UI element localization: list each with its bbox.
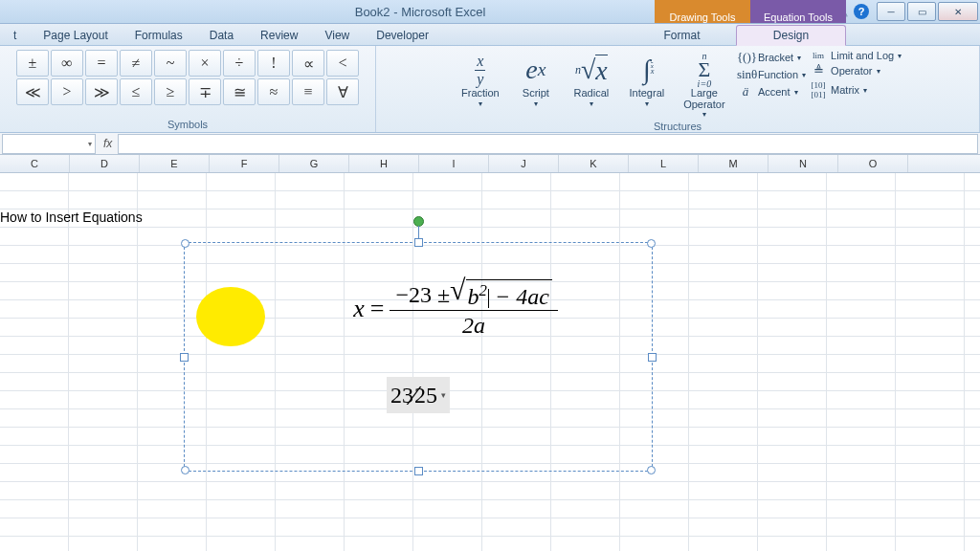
column-header-L[interactable]: L (629, 155, 699, 172)
maximize-button[interactable]: ▭ (907, 2, 936, 21)
equation-options-icon[interactable]: ▾ (441, 390, 446, 400)
column-header-G[interactable]: G (279, 155, 349, 172)
eq-fraction: −23 ± √ b2 − 4ac 2a (390, 279, 557, 339)
large-operator-button[interactable]: nΣi=0 Large Operator▾ (676, 50, 733, 121)
column-headers: CDEFGHIJKLMNO (0, 155, 980, 173)
symbol-button-14[interactable]: ≥ (154, 78, 187, 105)
symbol-button-4[interactable]: ~ (154, 50, 187, 77)
accent-button[interactable]: äAccent ▾ (737, 84, 806, 99)
symbol-button-13[interactable]: ≤ (120, 78, 152, 105)
operator-button[interactable]: ≜Operator ▾ (810, 63, 902, 78)
function-icon: sinθ (737, 67, 754, 82)
symbol-button-0[interactable]: ± (16, 50, 49, 77)
column-header-E[interactable]: E (140, 155, 210, 172)
eq-lhs: x (353, 295, 365, 323)
close-button[interactable]: ✕ (938, 2, 978, 21)
radical-button[interactable]: n√x Radical▾ (565, 50, 618, 121)
column-header-O[interactable]: O (838, 155, 908, 172)
group-label-symbols: Symbols (167, 119, 208, 132)
ribbon-tabs: t Page Layout Formulas Data Review View … (0, 24, 980, 46)
symbol-button-11[interactable]: > (51, 78, 83, 105)
column-header-H[interactable]: H (349, 155, 419, 172)
operator-icon: ≜ (810, 63, 827, 78)
equation-fraction-skew[interactable]: 23 ⁄ 25 ▾ (387, 377, 450, 413)
column-header-K[interactable]: K (559, 155, 629, 172)
fraction-button[interactable]: xy Fraction▾ (454, 50, 507, 121)
column-header-I[interactable]: I (419, 155, 489, 172)
cursor-highlight (196, 287, 265, 346)
column-header-D[interactable]: D (70, 155, 140, 172)
formula-input[interactable] (118, 134, 978, 154)
sigma-icon: nΣi=0 (698, 52, 712, 88)
symbol-button-8[interactable]: ∝ (292, 50, 324, 77)
symbol-button-12[interactable]: ≫ (85, 78, 118, 105)
tab-format[interactable]: Format (628, 26, 736, 45)
group-symbols: ±∞=≠~×÷!∝<≪>≫≤≥∓≅≈≡∀ Symbols (0, 46, 376, 132)
column-header-C[interactable]: C (0, 155, 70, 172)
matrix-icon: [10][01] (810, 80, 827, 99)
column-header-F[interactable]: F (210, 155, 279, 172)
context-tab-equation[interactable]: Equation Tools (750, 0, 846, 23)
symbol-button-7[interactable]: ! (257, 50, 290, 77)
tab-formulas[interactable]: Formulas (122, 26, 196, 45)
equation-content[interactable]: x = −23 ± √ b2 − 4ac 2a (185, 243, 652, 471)
tab-review[interactable]: Review (247, 26, 311, 45)
symbol-button-9[interactable]: < (326, 50, 359, 77)
symbol-button-3[interactable]: ≠ (120, 50, 152, 77)
column-header-M[interactable]: M (699, 155, 768, 172)
group-label-structures: Structures (654, 121, 702, 134)
ribbon-body: ±∞=≠~×÷!∝<≪>≫≤≥∓≅≈≡∀ Symbols xy Fraction… (0, 46, 980, 133)
context-tab-drawing[interactable]: Drawing Tools (655, 0, 750, 23)
symbol-button-6[interactable]: ÷ (223, 50, 256, 77)
tab-developer[interactable]: Developer (363, 26, 442, 45)
limit-log-button[interactable]: limLimit and Log ▾ (810, 50, 902, 61)
symbol-button-1[interactable]: ∞ (51, 50, 83, 77)
limit-icon: lim (810, 51, 827, 60)
symbol-button-10[interactable]: ≪ (16, 78, 49, 105)
eq-equals: = (370, 295, 385, 323)
accent-icon: ä (737, 84, 754, 99)
matrix-button[interactable]: [10][01]Matrix ▾ (810, 80, 902, 99)
tab-design[interactable]: Design (736, 25, 846, 46)
integral-icon: ∫x-x (643, 52, 651, 88)
symbol-button-16[interactable]: ≅ (223, 78, 256, 105)
tab-fragment[interactable]: t (0, 26, 30, 45)
symbol-button-2[interactable]: = (85, 50, 118, 77)
symbol-button-17[interactable]: ≈ (257, 78, 290, 105)
spreadsheet-grid[interactable]: How to Insert Equations x = −23 ± √ (0, 173, 980, 551)
symbols-grid: ±∞=≠~×÷!∝<≪>≫≤≥∓≅≈≡∀ (16, 50, 359, 105)
large-operator-label: Large Operator (683, 88, 724, 110)
help-icon[interactable]: ? (854, 4, 869, 19)
symbol-button-19[interactable]: ∀ (326, 78, 359, 105)
script-button[interactable]: ex Script▾ (509, 50, 563, 121)
minimize-button[interactable]: ─ (877, 2, 905, 21)
formula-bar: ▾ fx (0, 133, 980, 155)
contextual-tab-strip: Drawing Tools Equation Tools (655, 0, 846, 23)
script-icon: ex (525, 52, 546, 88)
bracket-icon: {()} (737, 50, 754, 65)
function-button[interactable]: sinθFunction ▾ (737, 67, 806, 82)
tab-view[interactable]: View (311, 26, 363, 45)
cell-text: How to Insert Equations (0, 209, 143, 225)
tab-page-layout[interactable]: Page Layout (30, 26, 121, 45)
radical-icon: n√x (575, 52, 608, 88)
eq-sqrt: √ b2 − 4ac (450, 279, 552, 310)
name-box-dropdown-icon[interactable]: ▾ (88, 140, 95, 148)
column-header-N[interactable]: N (768, 155, 838, 172)
eq-denominator: 2a (462, 311, 485, 339)
tab-data[interactable]: Data (196, 26, 247, 45)
integral-button[interactable]: ∫x-x Integral▾ (620, 50, 674, 121)
symbol-button-18[interactable]: ≡ (292, 78, 324, 105)
title-bar: Book2 - Microsoft Excel Drawing Tools Eq… (0, 0, 980, 24)
equation-quadratic[interactable]: x = −23 ± √ b2 − 4ac 2a (278, 279, 558, 339)
group-structures: xy Fraction▾ ex Script▾ n√x Radical▾ ∫x-… (376, 46, 980, 132)
column-header-J[interactable]: J (489, 155, 559, 172)
fx-icon[interactable]: fx (98, 137, 118, 150)
equation-shape[interactable]: x = −23 ± √ b2 − 4ac 2a (184, 242, 653, 472)
symbol-button-5[interactable]: × (189, 50, 221, 77)
symbol-button-15[interactable]: ∓ (189, 78, 221, 105)
fraction-icon: xy (475, 52, 485, 88)
bracket-button[interactable]: {()}Bracket ▾ (737, 50, 806, 65)
name-box[interactable]: ▾ (2, 134, 96, 154)
